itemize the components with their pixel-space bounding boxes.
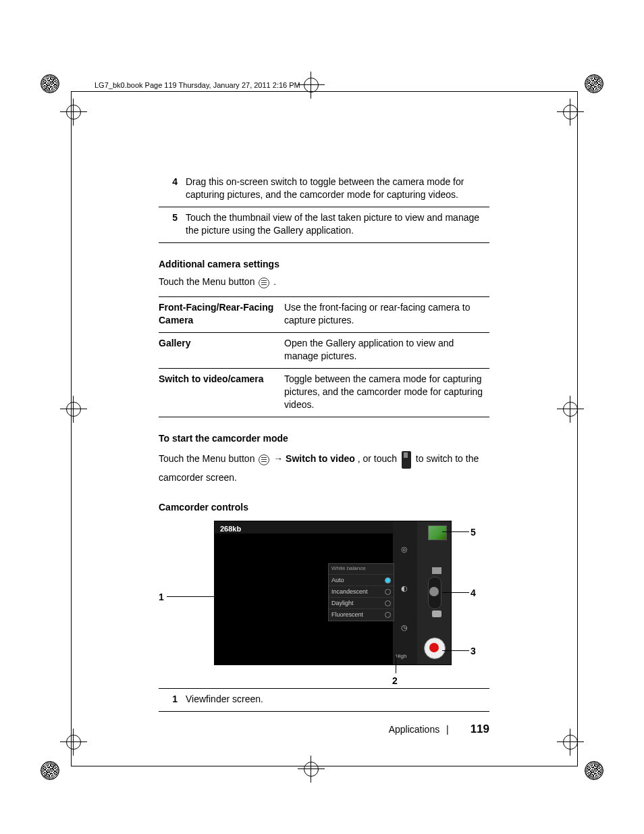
page-footer: Applications | 119 — [159, 723, 489, 736]
callout-line — [167, 596, 214, 597]
mode-switch-icon — [402, 451, 411, 469]
crop-rule — [71, 91, 72, 766]
crop-mark-icon — [41, 746, 81, 787]
popup-title: White balance — [329, 564, 394, 574]
mode-switch — [428, 577, 441, 609]
popup-item-label: Auto — [331, 576, 344, 584]
popup-item-label: Fluorescent — [331, 610, 363, 619]
table-row: 1 Viewfinder screen. — [159, 689, 489, 712]
step-text: Drag this on-screen switch to toggle bet… — [182, 172, 489, 207]
callout-1: 1 — [159, 591, 164, 604]
crop-rule — [577, 91, 578, 766]
switch-to-video-label: Switch to video — [286, 453, 355, 464]
radio-selected-icon — [385, 577, 391, 583]
callout-number: 1 — [159, 689, 182, 712]
setting-label: Front-Facing/Rear-Facing Camera — [159, 297, 284, 333]
running-head: LG7_bk0.book Page 119 Thursday, January … — [95, 81, 300, 89]
step-text: Touch the thumbnail view of the last tak… — [182, 207, 489, 242]
menu-button-icon — [259, 454, 269, 465]
crop-mark-icon — [41, 392, 81, 432]
quality-label: High — [396, 653, 406, 660]
step-number: 5 — [159, 207, 182, 242]
crop-mark-icon — [563, 68, 603, 108]
crop-mark-icon — [563, 392, 603, 432]
callout-3: 3 — [471, 645, 476, 658]
start-camcorder-instruction: Touch the Menu button → Switch to video … — [159, 450, 489, 486]
crop-mark-icon — [41, 68, 81, 108]
setting-label: Gallery — [159, 333, 284, 369]
radio-icon — [385, 600, 391, 606]
callout-line — [396, 656, 396, 673]
menu-button-icon — [259, 278, 269, 288]
camcorder-screenshot: 268kb White balance Auto Incandescent Da… — [214, 521, 452, 665]
table-row: Switch to video/camera Toggle between th… — [159, 368, 489, 417]
text: Touch the Menu button — [159, 453, 257, 464]
video-mode-icon — [432, 567, 441, 574]
step-number: 4 — [159, 172, 182, 207]
footer-separator: | — [446, 724, 449, 735]
crop-mark-icon — [297, 68, 338, 108]
camcorder-illustration: 268kb White balance Auto Incandescent Da… — [159, 521, 489, 683]
camera-mode-icon — [432, 610, 441, 617]
setting-desc: Toggle between the camera mode for captu… — [284, 368, 489, 417]
crop-rule — [71, 91, 577, 92]
table-row: Front-Facing/Rear-Facing Camera Use the … — [159, 297, 489, 333]
file-size-badge: 268kb — [220, 524, 241, 534]
setting-label: Switch to video/camera — [159, 368, 284, 417]
camcorder-callout-table: 1 Viewfinder screen. — [159, 688, 489, 712]
callout-line — [442, 531, 469, 532]
radio-icon — [385, 589, 391, 595]
section-heading-start-camcorder: To start the camcorder mode — [159, 432, 489, 445]
timer-icon: ◷ — [400, 623, 409, 632]
crop-mark-icon — [297, 746, 338, 787]
section-heading-camcorder-controls: Camcorder controls — [159, 501, 489, 514]
page-number: 119 — [471, 723, 489, 735]
numbered-steps-table: 4 Drag this on-screen switch to toggle b… — [159, 172, 489, 243]
record-button — [424, 637, 446, 659]
table-row: Gallery Open the Gallery application to … — [159, 333, 489, 369]
table-row: 4 Drag this on-screen switch to toggle b… — [159, 172, 489, 207]
setting-desc: Use the front-facing or rear-facing came… — [284, 297, 489, 333]
crop-mark-icon — [563, 746, 603, 787]
popup-item: Auto — [329, 574, 394, 585]
arrow-icon: → — [273, 453, 286, 464]
popup-item: Fluorescent — [329, 608, 394, 620]
settings-table: Front-Facing/Rear-Facing Camera Use the … — [159, 296, 489, 417]
white-balance-icon: ◐ — [400, 583, 409, 593]
crop-rule — [71, 766, 577, 766]
popup-item-label: Daylight — [331, 599, 354, 607]
callout-5: 5 — [471, 526, 476, 539]
text: Touch the Menu button — [159, 276, 257, 287]
callout-line — [442, 650, 469, 651]
callout-4: 4 — [471, 587, 476, 600]
popup-item: Incandescent — [329, 585, 394, 597]
table-row: 5 Touch the thumbnail view of the last t… — [159, 207, 489, 242]
callout-line — [442, 592, 469, 593]
last-video-thumbnail — [428, 525, 447, 540]
settings-column — [393, 521, 417, 664]
popup-item: Daylight — [329, 597, 394, 608]
section-heading-additional: Additional camera settings — [159, 258, 489, 271]
popup-item-label: Incandescent — [331, 588, 368, 596]
text: . — [273, 276, 276, 287]
settings-icon: ◎ — [400, 544, 409, 554]
callout-2: 2 — [392, 675, 398, 687]
setting-desc: Open the Gallery application to view and… — [284, 333, 489, 369]
radio-icon — [385, 612, 391, 618]
callout-text: Viewfinder screen. — [182, 689, 489, 712]
menu-instruction: Touch the Menu button . — [159, 276, 489, 288]
white-balance-popup: White balance Auto Incandescent Daylight… — [328, 563, 394, 621]
text: , or touch — [358, 453, 400, 464]
chapter-name: Applications — [389, 724, 440, 735]
